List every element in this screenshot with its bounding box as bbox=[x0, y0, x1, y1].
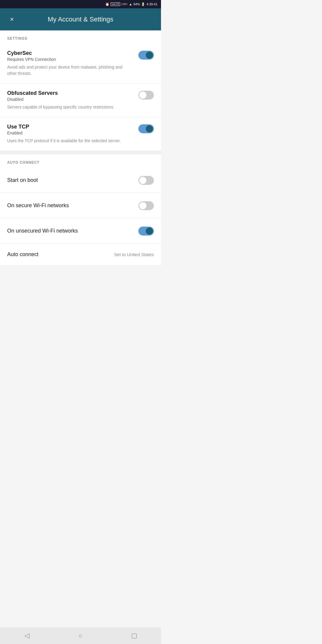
auto-connect-location-value: Set to United States bbox=[114, 252, 154, 257]
cybersec-description: Avoid ads and protect your device from m… bbox=[7, 64, 132, 77]
time-display: 4:39:41 bbox=[146, 2, 157, 6]
start-on-boot-toggle-track bbox=[138, 176, 154, 185]
secure-wifi-toggle-track bbox=[138, 201, 154, 210]
obfuscated-servers-setting: Obfuscated Servers Disabled Servers capa… bbox=[0, 83, 161, 117]
cybersec-title: CyberSec bbox=[7, 50, 132, 56]
use-tcp-title: Use TCP bbox=[7, 124, 132, 130]
volte-icon: VoLTE bbox=[111, 2, 120, 6]
unsecured-wifi-toggle-track bbox=[138, 227, 154, 236]
unsecured-wifi-toggle[interactable] bbox=[138, 227, 154, 236]
unsecured-wifi-toggle-thumb bbox=[146, 227, 153, 235]
use-tcp-toggle[interactable] bbox=[138, 124, 154, 133]
obfuscated-servers-toggle-track bbox=[138, 91, 154, 100]
battery-icon: 🔋 bbox=[141, 2, 145, 6]
use-tcp-toggle-thumb bbox=[146, 125, 153, 132]
status-icons: ⏰ VoLTE LTE+ ▲ 94% 🔋 4:39:41 bbox=[105, 2, 157, 6]
page-title: My Account & Settings bbox=[48, 16, 113, 23]
close-button[interactable]: × bbox=[6, 13, 18, 25]
use-tcp-info: Use TCP Enabled Uses the TCP protocol if… bbox=[7, 124, 138, 144]
cybersec-toggle[interactable] bbox=[138, 51, 154, 60]
obfuscated-servers-toggle[interactable] bbox=[138, 91, 154, 100]
header: × My Account & Settings bbox=[0, 8, 161, 30]
obfuscated-servers-toggle-thumb bbox=[139, 92, 146, 99]
obfuscated-servers-title: Obfuscated Servers bbox=[7, 90, 132, 96]
cybersec-info: CyberSec Requires VPN Connection Avoid a… bbox=[7, 50, 138, 77]
battery-percent: 94% bbox=[133, 2, 140, 6]
cybersec-setting: CyberSec Requires VPN Connection Avoid a… bbox=[0, 44, 161, 83]
auto-connect-location-title: Auto connect bbox=[7, 251, 38, 258]
use-tcp-description: Uses the TCP protocol if it is available… bbox=[7, 138, 132, 144]
unsecured-wifi-setting: On unsecured Wi-Fi networks bbox=[0, 218, 161, 244]
lte-icon: LTE+ bbox=[121, 3, 128, 6]
secure-wifi-toggle-thumb bbox=[139, 202, 146, 209]
secure-wifi-title: On secure Wi-Fi networks bbox=[7, 202, 69, 209]
obfuscated-servers-description: Servers capable of bypassing specific co… bbox=[7, 104, 132, 110]
auto-connect-location-setting[interactable]: Auto connect Set to United States bbox=[0, 244, 161, 266]
cybersec-subtitle: Requires VPN Connection bbox=[7, 57, 132, 62]
obfuscated-servers-info: Obfuscated Servers Disabled Servers capa… bbox=[7, 90, 138, 110]
cybersec-toggle-track bbox=[138, 51, 154, 60]
cybersec-toggle-thumb bbox=[146, 52, 153, 59]
content: SETTINGS CyberSec Requires VPN Connectio… bbox=[0, 30, 161, 266]
use-tcp-subtitle: Enabled bbox=[7, 131, 132, 135]
start-on-boot-title: Start on boot bbox=[7, 177, 38, 183]
signal-icon: ▲ bbox=[129, 2, 132, 6]
alarm-icon: ⏰ bbox=[105, 2, 109, 6]
settings-section-label: SETTINGS bbox=[0, 30, 161, 44]
secure-wifi-setting: On secure Wi-Fi networks bbox=[0, 193, 161, 218]
section-divider bbox=[0, 151, 161, 154]
unsecured-wifi-title: On unsecured Wi-Fi networks bbox=[7, 228, 78, 234]
obfuscated-servers-subtitle: Disabled bbox=[7, 97, 132, 102]
start-on-boot-setting: Start on boot bbox=[0, 168, 161, 193]
status-bar: ⏰ VoLTE LTE+ ▲ 94% 🔋 4:39:41 bbox=[0, 0, 161, 8]
secure-wifi-toggle[interactable] bbox=[138, 201, 154, 210]
start-on-boot-toggle-thumb bbox=[139, 177, 146, 184]
use-tcp-toggle-track bbox=[138, 124, 154, 133]
auto-connect-section-label: AUTO CONNECT bbox=[0, 154, 161, 168]
use-tcp-setting: Use TCP Enabled Uses the TCP protocol if… bbox=[0, 117, 161, 151]
start-on-boot-toggle[interactable] bbox=[138, 176, 154, 185]
